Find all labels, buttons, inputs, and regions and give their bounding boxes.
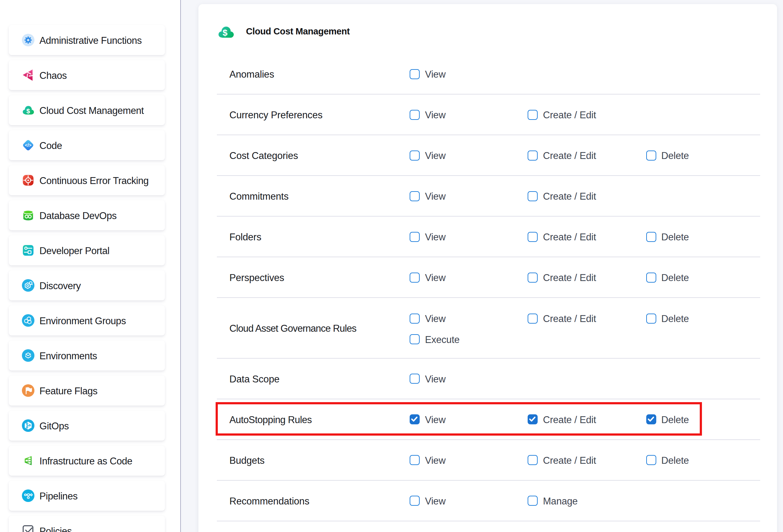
svg-text:$: $ <box>222 28 227 37</box>
svg-text:$: $ <box>26 107 30 115</box>
svg-text:</>: </> <box>25 143 32 148</box>
